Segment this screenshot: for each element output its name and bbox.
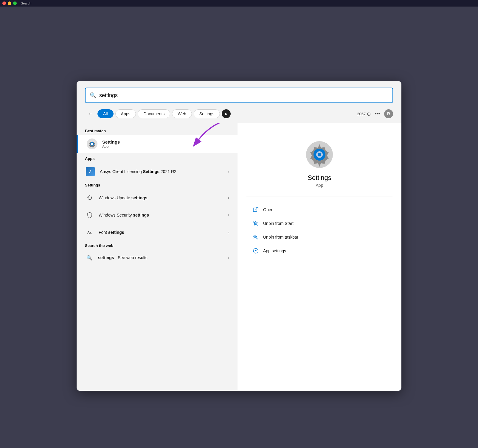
divider [246, 197, 392, 197]
action-app-settings[interactable]: App settings [246, 244, 392, 258]
list-item-ansys[interactable]: A Ansys Client Licensing Settings 2021 R… [77, 163, 238, 181]
unpin-taskbar-label: Unpin from taskbar [263, 235, 298, 239]
action-list: Open Unpin from Start [246, 203, 392, 258]
best-match-subtitle: App [102, 144, 120, 149]
avatar[interactable]: R [384, 109, 393, 118]
filter-tabs: ← All Apps Documents Web Settings ▶ 2067… [77, 108, 401, 123]
app-settings-label: App settings [263, 248, 286, 253]
right-app-type: App [316, 183, 323, 188]
svg-point-2 [91, 143, 93, 145]
bing-icon: ⊕ [367, 111, 371, 117]
search-input[interactable] [99, 92, 388, 99]
best-match-text: Settings App [102, 139, 120, 149]
svg-text:A: A [90, 231, 92, 235]
unpin-taskbar-icon [252, 234, 259, 240]
ansys-item-text: Ansys Client Licensing Settings 2021 R2 [100, 169, 228, 174]
settings-item-font[interactable]: A A Font settings › [77, 224, 238, 241]
ansys-icon: A [85, 166, 96, 177]
windows-security-text: Windows Security settings [99, 213, 228, 217]
chevron-icon: › [228, 213, 229, 217]
action-open[interactable]: Open [246, 203, 392, 217]
best-match-header: Best match [77, 126, 238, 135]
window-title: Search [21, 1, 31, 5]
search-input-wrapper: 🔍 [85, 88, 393, 103]
windows-update-text: Windows Update settings [99, 195, 228, 200]
right-app-icon [306, 141, 333, 168]
apps-section-header: Apps [77, 154, 238, 163]
web-search-item[interactable]: 🔍 settings - See web results › [77, 250, 238, 266]
main-content: Best match Settings App [77, 123, 401, 391]
more-options-button[interactable]: ••• [373, 110, 382, 118]
settings-app-icon [86, 138, 98, 150]
unpin-start-icon [252, 220, 259, 227]
chevron-icon: › [228, 169, 229, 174]
open-icon [252, 206, 259, 213]
search-icon: 🔍 [90, 92, 96, 99]
svg-point-9 [318, 153, 321, 156]
left-panel: Best match Settings App [77, 123, 238, 391]
search-window: 🔍 ← All Apps Documents Web Settings ▶ 20… [77, 81, 401, 391]
web-search-icon: 🔍 [85, 253, 94, 262]
tab-apps[interactable]: Apps [115, 109, 136, 118]
tab-documents[interactable]: Documents [138, 109, 170, 118]
tab-web[interactable]: Web [172, 109, 192, 118]
svg-rect-10 [253, 208, 257, 211]
open-label: Open [263, 207, 273, 212]
unpin-start-label: Unpin from Start [263, 221, 294, 226]
font-text: Font settings [99, 230, 228, 235]
app-settings-icon [252, 248, 259, 254]
best-match-title: Settings [102, 139, 120, 144]
settings-section-header: Settings [77, 181, 238, 189]
right-app-name: Settings [308, 174, 331, 182]
chevron-icon: › [228, 256, 229, 260]
shield-icon [85, 210, 94, 220]
best-match-item-settings[interactable]: Settings App [77, 135, 238, 153]
search-bar-area: 🔍 [77, 81, 401, 108]
font-icon: A A [85, 228, 94, 237]
back-button[interactable]: ← [85, 108, 96, 119]
chevron-icon: › [228, 230, 229, 234]
tab-settings[interactable]: Settings [194, 109, 220, 118]
chevron-icon: › [228, 196, 229, 200]
play-button[interactable]: ▶ [222, 109, 231, 118]
result-count: 2067 ⊕ [357, 111, 371, 117]
web-search-text: settings - See web results [98, 255, 228, 260]
right-panel: Settings App Open [238, 123, 401, 391]
action-unpin-start[interactable]: Unpin from Start [246, 217, 392, 230]
action-unpin-taskbar[interactable]: Unpin from taskbar [246, 230, 392, 244]
tab-all[interactable]: All [97, 109, 114, 118]
refresh-icon [85, 193, 94, 203]
settings-item-windows-security[interactable]: Windows Security settings › [77, 206, 238, 224]
search-web-header: Search the web [77, 241, 238, 250]
settings-item-windows-update[interactable]: Windows Update settings › [77, 189, 238, 206]
